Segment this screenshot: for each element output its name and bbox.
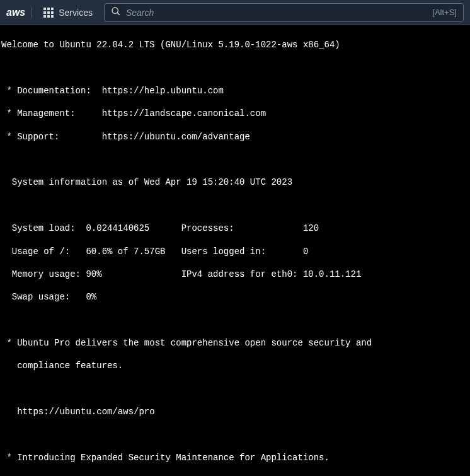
search-icon (111, 6, 121, 18)
search-shortcut-hint: [Alt+S] (432, 8, 457, 17)
blank-line (1, 429, 469, 441)
sysinfo-row: Swap usage: 0% (1, 291, 469, 303)
motd-support-link: * Support: https://ubuntu.com/advantage (1, 131, 469, 142)
motd-doc-link: * Documentation: https://help.ubuntu.com (1, 85, 469, 96)
motd-pro-url: https://ubuntu.com/aws/pro (1, 406, 469, 417)
blank-line (1, 200, 469, 211)
aws-logo-text: aws (6, 7, 25, 18)
blank-line (1, 315, 469, 326)
motd-welcome: Welcome to Ubuntu 22.04.2 LTS (GNU/Linux… (1, 39, 469, 50)
sysinfo-header: System information as of Wed Apr 19 15:2… (1, 177, 469, 188)
motd-pro: compliance features. (1, 360, 469, 371)
terminal-output[interactable]: Welcome to Ubuntu 22.04.2 LTS (GNU/Linux… (0, 25, 470, 476)
blank-line (1, 62, 469, 74)
sysinfo-row: Usage of /: 60.6% of 7.57GB Users logged… (1, 246, 469, 257)
services-label: Services (59, 8, 93, 18)
search-box[interactable]: [Alt+S] (104, 3, 464, 22)
sysinfo-row: Memory usage: 90% IPv4 address for eth0:… (1, 269, 469, 280)
motd-mgmt-link: * Management: https://landscape.canonica… (1, 108, 469, 119)
search-input[interactable] (126, 8, 427, 18)
aws-logo[interactable]: aws (6, 7, 32, 18)
blank-line (1, 383, 469, 395)
motd-esm: * Introducing Expanded Security Maintena… (1, 452, 469, 463)
services-menu-button[interactable]: Services (40, 5, 96, 20)
blank-line (1, 154, 469, 165)
aws-navbar: aws Services [Alt+S] (0, 0, 470, 25)
sysinfo-row: System load: 0.0244140625 Processes: 120 (1, 223, 469, 234)
svg-point-0 (112, 8, 118, 13)
svg-line-1 (117, 13, 120, 15)
services-grid-icon (43, 8, 54, 18)
motd-pro: * Ubuntu Pro delivers the most comprehen… (1, 337, 469, 349)
